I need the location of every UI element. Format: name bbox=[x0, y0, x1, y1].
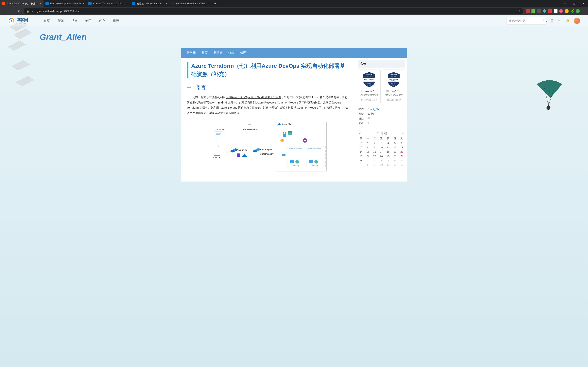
svg-text:Microsoft: Microsoft bbox=[390, 74, 397, 75]
browser-tab[interactable]: New release pipeline - Pipelin× bbox=[43, 0, 86, 7]
cal-prev[interactable]: < bbox=[359, 132, 361, 135]
paragraph: 之前一篇文章有讲解到利用 利用Azure DevOps 实现自动化部署基础资源，… bbox=[187, 95, 350, 116]
svg-rect-22 bbox=[237, 153, 240, 157]
cal-day[interactable]: 6 bbox=[398, 141, 405, 145]
svg-text:EXPERT: EXPERT bbox=[391, 83, 396, 84]
cal-day: 1 bbox=[364, 158, 371, 163]
cal-day: 20 bbox=[398, 150, 405, 154]
link-module[interactable]: Azure Resource Common Module bbox=[256, 101, 298, 104]
calendar-header: < 2021年2月 > bbox=[358, 131, 405, 136]
nav-link[interactable]: 专区 bbox=[86, 19, 91, 23]
bell-icon[interactable]: 🔔 bbox=[566, 19, 570, 23]
site-top-nav: 博客园 cnblogs.com 首页新闻博问专区闪存班级 📋 ✎ 🔔 bbox=[0, 15, 588, 26]
badge-card[interactable]: Microsoft CERTIFIED DEVOPS ENGINEER EXPE… bbox=[358, 69, 380, 103]
nav-link[interactable]: 新闻 bbox=[58, 19, 64, 23]
search-box[interactable] bbox=[507, 17, 546, 25]
browser-tab[interactable]: yunqian44/Terraform_Cnbate× bbox=[169, 0, 212, 7]
section-heading: 一，引言 bbox=[187, 84, 350, 91]
ext-icon-9[interactable] bbox=[576, 9, 580, 13]
tab-close-icon[interactable]: × bbox=[126, 2, 128, 5]
cal-day: 13 bbox=[398, 145, 405, 150]
cal-dow: 六 bbox=[398, 136, 405, 141]
svg-text:Terraform plan: Terraform plan bbox=[259, 148, 272, 150]
tab-favicon-icon bbox=[132, 2, 135, 5]
cal-day: 13 bbox=[398, 163, 405, 167]
search-input[interactable] bbox=[509, 19, 543, 22]
menu-icon[interactable]: ⋮ bbox=[581, 9, 585, 13]
svg-text:EXPERT: EXPERT bbox=[367, 83, 372, 84]
search-icon[interactable] bbox=[543, 18, 547, 23]
cal-day: 4 bbox=[385, 158, 391, 163]
close-window-button[interactable]: ✕ bbox=[579, 0, 588, 7]
cal-day: 17 bbox=[378, 150, 385, 154]
url-text: cnblogs.com/AllenMaster/p/14338906.html bbox=[31, 10, 519, 13]
url-input[interactable]: 🔒 cnblogs.com/AllenMaster/p/14338906.htm… bbox=[24, 8, 523, 14]
doc-icon[interactable]: 📋 bbox=[550, 19, 554, 23]
tab-title: Azure Terraform（七）利用Azu bbox=[7, 2, 39, 5]
subnav-link[interactable]: 管理 bbox=[240, 51, 246, 55]
tab-close-icon[interactable]: × bbox=[83, 2, 84, 5]
tab-title: yunqian44/Terraform_Cnbate bbox=[176, 2, 207, 5]
blog-title[interactable]: Grant_Allen bbox=[40, 32, 86, 42]
nav-link[interactable]: 闪存 bbox=[99, 19, 105, 23]
subnav-link[interactable]: 订阅 bbox=[228, 51, 234, 55]
cal-day: 28 bbox=[358, 158, 364, 163]
browser-tab[interactable]: 资源组 - Microsoft Azure× bbox=[130, 0, 169, 7]
svg-text:ARCHITECT: ARCHITECT bbox=[391, 80, 397, 81]
browser-tab[interactable]: Azure Terraform（七）利用Azu× bbox=[0, 0, 43, 7]
tab-close-icon[interactable]: × bbox=[208, 2, 210, 5]
site-logo[interactable]: 博客园 cnblogs.com bbox=[8, 17, 28, 25]
reload-button[interactable]: ⟳ bbox=[16, 8, 23, 14]
nav-right: 📋 ✎ 🔔 bbox=[507, 17, 580, 25]
cal-day: 27 bbox=[398, 154, 405, 158]
svg-text:Microsoft: Microsoft bbox=[366, 74, 372, 75]
extensions-icon[interactable]: 🧩 bbox=[570, 9, 574, 13]
svg-text:Availability Zone 1: Availability Zone 1 bbox=[308, 148, 321, 150]
new-tab-button[interactable]: + bbox=[212, 2, 219, 6]
bookmark-icon[interactable]: ☆ bbox=[519, 10, 521, 13]
ext-icon-4[interactable] bbox=[543, 9, 546, 13]
svg-rect-29 bbox=[283, 134, 286, 137]
blog-header: Grant_Allen bbox=[0, 26, 588, 48]
forward-button[interactable]: → bbox=[9, 8, 15, 14]
subnav-link[interactable]: 首页 bbox=[202, 51, 208, 55]
ext-icon-6[interactable] bbox=[553, 9, 558, 13]
tab-close-icon[interactable]: × bbox=[166, 2, 167, 5]
maximize-button[interactable]: □ bbox=[570, 0, 579, 7]
user-avatar[interactable] bbox=[574, 17, 580, 24]
window-controls: ─ □ ✕ bbox=[561, 0, 588, 7]
nav-link[interactable]: 首页 bbox=[44, 19, 50, 23]
article-wrap: Azure Terraform（七）利用Azure DevOps 实现自动化部署… bbox=[181, 58, 407, 182]
subnav-link[interactable]: 新随笔 bbox=[214, 51, 222, 55]
ext-icon-3[interactable] bbox=[537, 9, 541, 13]
ext-icon-8[interactable] bbox=[565, 9, 569, 13]
tab-favicon-icon bbox=[2, 2, 5, 5]
ext-icon-5[interactable] bbox=[548, 9, 552, 13]
profile-nickname[interactable]: Grant_Allen bbox=[368, 107, 381, 111]
svg-point-46 bbox=[314, 160, 318, 164]
subnav-link[interactable]: 博客园 bbox=[187, 51, 196, 55]
nav-link[interactable]: 班级 bbox=[113, 19, 119, 23]
ext-icon-1[interactable] bbox=[526, 9, 530, 13]
cal-day: 2 bbox=[371, 158, 378, 163]
browser-tab[interactable]: CnBate_Terraform_CD - Pipeli× bbox=[86, 0, 130, 7]
cal-next[interactable]: > bbox=[402, 132, 404, 135]
edit-icon[interactable]: ✎ bbox=[558, 19, 562, 23]
back-button[interactable]: ← bbox=[1, 8, 8, 14]
tab-close-icon[interactable]: × bbox=[40, 2, 41, 5]
cal-day[interactable]: 2 bbox=[371, 141, 378, 145]
logo-subtitle: cnblogs.com bbox=[16, 23, 28, 25]
svg-text:Web App: Web App bbox=[312, 165, 318, 167]
badge-card[interactable]: Microsoft CERTIFIED AZURE SOLUTIONS ARCH… bbox=[382, 69, 405, 103]
svg-point-3 bbox=[546, 106, 550, 110]
svg-text:Terraform init: Terraform init bbox=[235, 149, 247, 151]
link-remote-state[interactable]: 远程状态文件存储 bbox=[238, 106, 260, 109]
link-devops[interactable]: 利用Azure DevOps 实现自动化部署基础资源 bbox=[226, 96, 281, 99]
minimize-button[interactable]: ─ bbox=[561, 0, 570, 7]
cal-day[interactable]: 19 bbox=[391, 150, 398, 154]
svg-point-6 bbox=[544, 19, 546, 21]
nav-link[interactable]: 博问 bbox=[72, 19, 78, 23]
svg-point-5 bbox=[11, 20, 12, 22]
ext-icon-7[interactable] bbox=[559, 9, 563, 13]
ext-icon-2[interactable] bbox=[531, 9, 536, 13]
